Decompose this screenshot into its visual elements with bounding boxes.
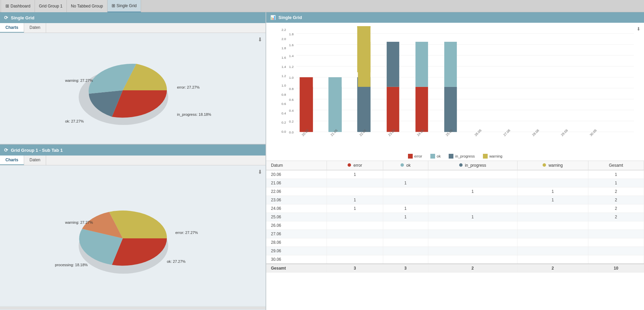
cell-datum: 26.06 [266, 221, 327, 230]
pie-chart-2: error: 27.27% ok: 27.27% processing: 18.… [45, 192, 221, 280]
right-panel: 📊 Single Grid ⬇ 0.0 0.2 0.4 0.6 0.8 1.0 … [266, 12, 644, 310]
svg-rect-58 [430, 154, 435, 159]
right-header-title: Single Grid [278, 15, 302, 20]
left-top-tab-daten[interactable]: Daten [24, 23, 46, 33]
cell-error [327, 238, 383, 247]
svg-text:1.0: 1.0 [289, 76, 294, 79]
cell-gesamt [588, 255, 644, 264]
left-top-chart-area: ⬇ [0, 33, 266, 144]
cell-error: 1 [327, 170, 383, 179]
svg-rect-26 [387, 87, 399, 132]
svg-text:2.2: 2.2 [281, 28, 286, 32]
svg-rect-27 [387, 42, 399, 87]
pie2-processing-label: processing: 18.18% [55, 263, 88, 267]
top-tab-bar: ⊞ Dashboard Grid Group 1 No Tabbed Group… [0, 0, 644, 12]
data-table: Datum error ok in_progress [266, 161, 644, 310]
left-scrollbar[interactable] [0, 307, 266, 309]
svg-text:1.2: 1.2 [289, 65, 294, 69]
svg-rect-29 [415, 42, 428, 87]
cell-inprogress [428, 221, 517, 230]
cell-inprogress [428, 170, 517, 179]
tab-grid-group-1[interactable]: Grid Group 1 [35, 0, 67, 12]
svg-rect-24 [358, 87, 370, 132]
total-warning: 2 [517, 264, 588, 273]
svg-text:2.0: 2.0 [281, 37, 286, 41]
svg-text:1.0: 1.0 [281, 84, 286, 87]
left-top-tab-charts[interactable]: Charts [0, 23, 24, 33]
tab-single-grid-label: Single Grid [117, 3, 137, 8]
svg-text:1.4: 1.4 [289, 54, 294, 58]
table-row: 28.06 [266, 238, 644, 247]
tab-grid-group-label: Grid Group 1 [39, 4, 62, 8]
left-bottom-tab-charts[interactable]: Charts [0, 156, 24, 165]
table-header-row: Datum error ok in_progress [266, 161, 644, 170]
total-inprogress: 2 [428, 264, 517, 273]
pie2-ok-label: ok: 27.27% [167, 259, 186, 263]
svg-text:1.4: 1.4 [281, 65, 286, 69]
tab-single-grid[interactable]: ⊞ Single Grid [108, 0, 141, 12]
legend-inprogress: in_progress [449, 154, 474, 159]
left-bottom-tabs: Charts Daten [0, 156, 266, 165]
cell-error [327, 247, 383, 255]
svg-text:26.06: 26.06 [474, 128, 482, 137]
legend-inprogress-label: in_progress [455, 154, 474, 158]
left-top-title: Single Grid [11, 15, 34, 20]
left-top-tabs: Charts Daten [0, 23, 266, 33]
svg-rect-23 [329, 87, 341, 132]
col-error: error [327, 161, 383, 170]
left-bottom-download-icon[interactable]: ⬇ [258, 169, 262, 175]
legend-warning: warning [483, 154, 503, 159]
svg-rect-33 [444, 42, 457, 87]
cell-gesamt [588, 238, 644, 247]
svg-rect-28 [415, 87, 428, 132]
left-bottom-tab-daten[interactable]: Daten [24, 156, 46, 165]
cell-error [327, 179, 383, 187]
tab-dashboard[interactable]: ⊞ Dashboard [1, 0, 35, 12]
cell-inprogress [428, 255, 517, 264]
cell-error [327, 187, 383, 196]
cell-error [327, 221, 383, 230]
svg-rect-22 [300, 87, 313, 132]
dashboard-icon: ⊞ [5, 3, 9, 8]
left-top-icon: ⟳ [4, 15, 8, 20]
tab-no-tabbed-group[interactable]: No Tabbed Group [67, 0, 108, 12]
cell-inprogress [428, 196, 517, 204]
cell-ok [383, 196, 428, 204]
svg-text:0.4: 0.4 [281, 111, 286, 115]
pie2-warning-label: warning: 27.27% [65, 220, 93, 224]
col-warning: warning [517, 161, 588, 170]
svg-rect-32 [444, 87, 457, 132]
cell-datum: 29.06 [266, 247, 327, 255]
col-gesamt: Gesamt [588, 161, 644, 170]
table-row: 27.06 [266, 230, 644, 238]
bar-chart-area: ⬇ 0.0 0.2 0.4 0.6 0.8 1.0 1.2 1.4 1.6 1.… [266, 23, 644, 152]
cell-datum: 30.06 [266, 255, 327, 264]
svg-text:0.0: 0.0 [289, 130, 294, 134]
cell-warning [517, 170, 588, 179]
cell-warning [517, 179, 588, 187]
table-row: 22.06 1 1 2 [266, 187, 644, 196]
cell-inprogress [428, 179, 517, 187]
cell-error: 1 [327, 204, 383, 213]
cell-inprogress [428, 247, 517, 255]
left-top-download-icon[interactable]: ⬇ [258, 36, 262, 43]
tab-dashboard-label: Dashboard [11, 4, 31, 8]
right-header: 📊 Single Grid [266, 12, 644, 23]
cell-error [327, 213, 383, 221]
cell-gesamt [588, 230, 644, 238]
svg-text:27.06: 27.06 [503, 128, 511, 137]
total-gesamt: 10 [588, 264, 644, 273]
cell-gesamt: 1 [588, 179, 644, 187]
cell-datum: 24.06 [266, 204, 327, 213]
cell-error [327, 255, 383, 264]
svg-rect-59 [449, 154, 453, 159]
right-header-icon: 📊 [270, 15, 276, 20]
cell-ok: 1 [383, 213, 428, 221]
cell-datum: 27.06 [266, 230, 327, 238]
svg-text:0.8: 0.8 [281, 93, 286, 96]
legend-ok-label: ok [437, 154, 441, 158]
bar-chart-svg: 0.0 0.2 0.4 0.6 0.8 1.0 1.2 1.4 1.6 1.8 [280, 26, 637, 142]
right-download-icon[interactable]: ⬇ [637, 26, 641, 32]
svg-text:1.8: 1.8 [281, 47, 286, 50]
cell-inprogress: 1 [428, 187, 517, 196]
